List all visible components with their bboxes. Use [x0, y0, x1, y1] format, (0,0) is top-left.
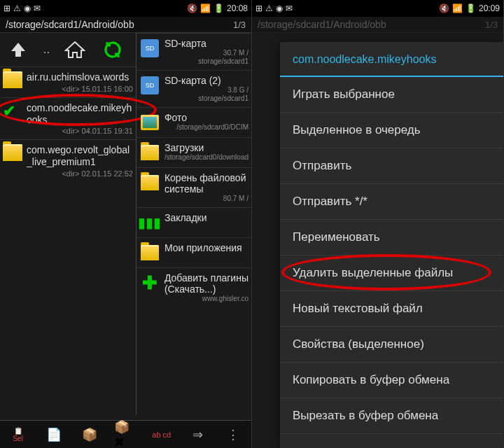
file-entry-selected[interactable]: ✔ com.noodlecake.mikeyhooks <dir> 04.01.… [0, 97, 136, 140]
menu-item[interactable]: Удалить выделенные файлы [280, 255, 503, 291]
right-panel-item[interactable]: ▮▮▮Закладки [136, 207, 251, 237]
menu-item[interactable]: Отправить */* [280, 184, 503, 220]
right-item-title: Закладки [164, 212, 248, 223]
menu-item[interactable]: Отправить [280, 148, 503, 184]
file-name: com.noodlecake.mikeyhooks [27, 102, 133, 126]
status-right-icons: 🔇 📶 🔋 20:08 [187, 4, 248, 13]
right-item-title: Фото [164, 112, 248, 123]
sort-button[interactable]: ab cd [150, 424, 173, 446]
plus-status-icon: ⊞ [4, 4, 10, 13]
menu-item[interactable]: Выделенное в очередь [280, 113, 503, 148]
menu-item[interactable]: Новый текстовый файл [280, 291, 503, 327]
right-panel-item[interactable]: Мои приложения [136, 237, 251, 267]
file-meta: <dir> 15.01.15 16:00 [27, 85, 133, 93]
file-entry[interactable]: com.wego.revolt_global_live_premium1 <di… [0, 139, 136, 182]
file-name: air.ru.uchimslova.words [27, 71, 133, 83]
delete-button[interactable]: 📦✖ [114, 424, 136, 446]
right-panel-item[interactable]: Загрузки/storage/sdcard0/download [136, 137, 251, 167]
folder-icon [141, 145, 159, 160]
menu-button[interactable]: ⋮ [222, 424, 244, 446]
right-item-meta: www.ghisler.co [164, 295, 248, 303]
select-button[interactable]: 📋Sel [7, 424, 29, 446]
panels: .. air.ru.uchimslova.words <dir> 15.01.1… [0, 33, 251, 415]
right-panel: SDSD-карта30.7 M /storage/sdcard1SDSD-ка… [136, 33, 251, 415]
screen-right: ⊞ ⚠ ◉ ✉ 🔇 📶 🔋 20:09 /storage/sdcard1/And… [252, 0, 504, 448]
right-panel-item[interactable]: ✚Добавить плагины (Скачать...)www.ghisle… [136, 267, 251, 307]
file-entry[interactable]: air.ru.uchimslova.words <dir> 15.01.15 1… [0, 66, 136, 97]
clock: 20:09 [479, 4, 500, 13]
right-item-title: Мои приложения [164, 242, 248, 253]
circle-icon: ◉ [276, 4, 283, 13]
status-right-icons: 🔇 📶 🔋 20:09 [439, 4, 500, 13]
status-bar: ⊞ ⚠ ◉ ✉ 🔇 📶 🔋 20:09 [252, 0, 503, 17]
right-item-title: Корень файловой системы [164, 172, 248, 195]
plus-icon: ✚ [142, 272, 158, 294]
menu-item[interactable]: Играть выбранное [280, 77, 503, 113]
sd-card-icon: SD [141, 39, 159, 57]
circle-icon: ◉ [24, 4, 31, 13]
context-menu: com.noodlecake.mikeyhooks Играть выбранн… [280, 42, 503, 448]
right-panel-item[interactable]: Корень файловой системы80.7 M / [136, 167, 251, 207]
file-meta: <dir> 02.01.15 22:52 [27, 169, 133, 178]
sd-card-icon: SD [141, 76, 159, 94]
folder-icon [141, 175, 159, 190]
warning-icon: ⚠ [13, 4, 21, 13]
status-bar: ⊞ ⚠ ◉ ✉ 🔇 📶 🔋 20:08 [0, 0, 251, 17]
left-panel: .. air.ru.uchimslova.words <dir> 15.01.1… [0, 33, 136, 415]
bookmark-icon: ▮▮▮ [138, 214, 161, 231]
right-item-meta: /storage/sdcard0/DCIM [164, 123, 248, 132]
path-count: 1/3 [233, 20, 246, 30]
menu-item[interactable]: Переименовать [280, 220, 503, 255]
menu-header: com.noodlecake.mikeyhooks [280, 42, 503, 77]
folder-icon [3, 71, 22, 88]
path-bar[interactable]: /storage/sdcard1/Android/obb 1/3 [0, 17, 251, 33]
mute-icon: 🔇 [439, 4, 449, 13]
wifi-icon: 📶 [200, 4, 211, 13]
file-name: com.wego.revolt_global_live_premium1 [27, 144, 133, 168]
file-meta: <dir> 04.01.15 19:31 [27, 127, 133, 135]
home-button[interactable] [62, 37, 88, 62]
right-item-title: Добавить плагины (Скачать...) [164, 272, 248, 295]
right-item-title: SD-карта [164, 38, 248, 49]
battery-icon: 🔋 [214, 4, 224, 13]
right-item-meta: 80.7 M / [164, 195, 248, 203]
battery-icon: 🔋 [465, 4, 476, 13]
dimmed-background: /storage/sdcard1/Android/obb 1/3 [252, 17, 503, 33]
photo-icon [141, 115, 159, 130]
path-text: /storage/sdcard1/Android/obb [6, 19, 233, 30]
plus-status-icon: ⊞ [255, 4, 262, 13]
check-icon: ✔ [3, 102, 22, 119]
mail-icon: ✉ [34, 4, 41, 13]
clock: 20:08 [227, 4, 248, 13]
right-item-title: Загрузки [164, 142, 248, 153]
forward-button[interactable]: ⇒ [186, 424, 209, 446]
up-button[interactable] [6, 37, 31, 62]
screen-left: ⊞ ⚠ ◉ ✉ 🔇 📶 🔋 20:08 /storage/sdcard1/And… [0, 0, 252, 448]
wifi-icon: 📶 [452, 4, 463, 13]
bottom-bar: 📋Sel 📄 📦 📦✖ ab cd ⇒ ⋮ [0, 420, 251, 448]
toolbar: .. [0, 33, 136, 66]
up-label: .. [43, 43, 50, 56]
status-left-icons: ⊞ ⚠ ◉ ✉ [255, 4, 293, 13]
pack-button[interactable]: 📦 [78, 424, 101, 446]
right-item-title: SD-карта (2) [164, 75, 248, 86]
right-panel-item[interactable]: SDSD-карта30.7 M /storage/sdcard1 [136, 33, 251, 70]
menu-item[interactable]: Вырезать в буфер обмена [280, 398, 503, 434]
right-panel-item[interactable]: Фото/storage/sdcard0/DCIM [136, 107, 251, 137]
right-item-meta: 30.7 M /storage/sdcard1 [164, 49, 248, 66]
menu-item[interactable]: Копировать в буфер обмена [280, 363, 503, 398]
refresh-button[interactable] [100, 37, 125, 62]
apps-icon [141, 245, 159, 260]
mail-icon: ✉ [286, 4, 293, 13]
right-item-meta: 3.8 G /storage/sdcard1 [164, 86, 248, 103]
right-item-meta: /storage/sdcard0/download [164, 153, 248, 162]
right-panel-item[interactable]: SDSD-карта (2)3.8 G /storage/sdcard1 [136, 70, 251, 107]
new-file-button[interactable]: 📄 [43, 424, 65, 446]
menu-item[interactable]: Свойства (выделенное) [280, 327, 503, 363]
folder-icon [3, 144, 22, 161]
warning-icon: ⚠ [265, 4, 273, 13]
status-left-icons: ⊞ ⚠ ◉ ✉ [4, 4, 41, 13]
mute-icon: 🔇 [187, 4, 197, 13]
